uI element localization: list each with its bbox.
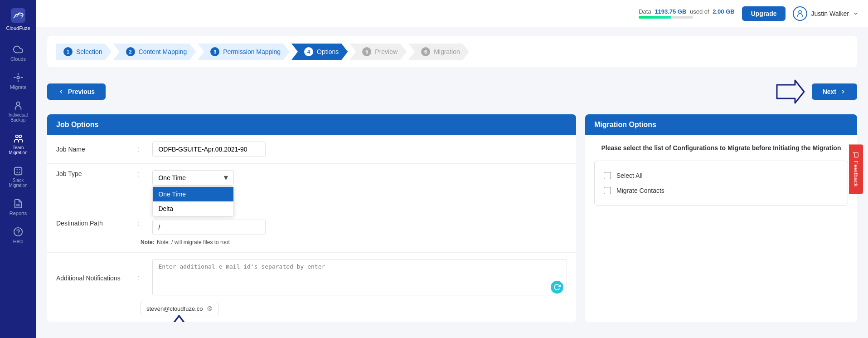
- user-menu[interactable]: Justin Walker: [793, 6, 859, 21]
- data-usage-text: Data 1193.75 GB used of 2.00 GB: [639, 8, 735, 15]
- up-arrow-annotation: [159, 314, 199, 322]
- sidebar-item-reports[interactable]: Reports: [0, 193, 36, 221]
- app-name: CloudFuze: [6, 25, 30, 31]
- nav-buttons: Previous Next: [47, 78, 857, 105]
- option-select-all: Select All: [604, 168, 839, 183]
- job-type-row: Job Type : One Time Delta ▼ One Time: [47, 164, 576, 213]
- sidebar-item-reports-label: Reports: [10, 211, 27, 216]
- prev-label: Previous: [68, 88, 95, 95]
- page-content: 1 Selection 2 Content Mapping 3 Permissi…: [36, 27, 868, 338]
- sidebar-item-backup-label: IndividualBackup: [9, 113, 28, 122]
- notifications-label-row: Additional Notifications :: [56, 259, 567, 297]
- previous-button[interactable]: Previous: [47, 83, 106, 100]
- email-remove-icon[interactable]: ⊗: [207, 305, 213, 312]
- job-type-colon: :: [138, 170, 140, 178]
- step-3-num: 3: [210, 47, 219, 56]
- step-4-label: Options: [317, 48, 339, 55]
- dest-path-note: Note: Note: / will migrate files to root: [141, 238, 567, 246]
- migrate-contacts-checkbox[interactable]: [604, 187, 611, 194]
- svg-rect-5: [15, 167, 22, 175]
- next-label: Next: [823, 88, 836, 95]
- dropdown-option-one-time[interactable]: One Time: [153, 187, 233, 201]
- svg-marker-11: [777, 80, 804, 103]
- svg-point-4: [19, 135, 22, 138]
- dest-path-input[interactable]: [152, 220, 266, 235]
- sidebar-item-clouds[interactable]: Clouds: [0, 39, 36, 67]
- step-3-permission-mapping[interactable]: 3 Permission Mapping: [198, 44, 290, 60]
- step-5-preview[interactable]: 5 Preview: [349, 44, 407, 60]
- data-used: 1193.75 GB: [655, 8, 686, 15]
- dropdown-option-delta[interactable]: Delta: [153, 201, 233, 216]
- job-options-header: Job Options: [47, 114, 576, 135]
- job-type-select[interactable]: One Time Delta: [152, 170, 234, 186]
- step-2-label: Content Mapping: [139, 48, 187, 55]
- sidebar-item-team-migration[interactable]: TeamMigration: [0, 128, 36, 161]
- job-type-dropdown-open: One Time Delta: [152, 186, 234, 216]
- svg-point-2: [16, 102, 19, 105]
- migrate-contacts-label: Migrate Contacts: [616, 187, 664, 194]
- sidebar-item-slack-label: SlackMigration: [9, 178, 27, 188]
- sidebar-item-individual-backup[interactable]: IndividualBackup: [0, 95, 36, 128]
- data-label: Data: [639, 8, 651, 15]
- step-5-label: Preview: [375, 48, 398, 55]
- job-options-panel: Job Options Job Name : Job Type : One: [47, 114, 576, 322]
- next-arrow-annotation: [775, 78, 806, 105]
- email-value: steven@cloudfuze.co: [146, 305, 203, 312]
- progress-fill: [639, 16, 671, 19]
- step-1-selection[interactable]: 1 Selection: [56, 44, 112, 60]
- select-all-checkbox[interactable]: [604, 172, 611, 179]
- job-type-select-wrapper[interactable]: One Time Delta ▼: [152, 170, 234, 186]
- storage-progress-bar: [639, 16, 693, 19]
- dest-path-colon: :: [138, 220, 140, 228]
- dest-path-top: Destination Path :: [56, 220, 567, 235]
- prev-arrow-icon: [58, 88, 64, 95]
- step-6-label: Migration: [434, 48, 460, 55]
- next-arrow-icon: [840, 88, 846, 95]
- dest-path-row: Destination Path : Note: Note: / will mi…: [47, 213, 576, 253]
- main-panels: Job Options Job Name : Job Type : One: [47, 114, 857, 322]
- sidebar-item-help-label: Help: [13, 239, 24, 244]
- dest-path-label: Destination Path: [56, 220, 129, 227]
- feedback-button[interactable]: Feedback: [849, 144, 863, 194]
- job-name-row: Job Name :: [47, 135, 576, 164]
- migration-options-box: Select All Migrate Contacts: [594, 161, 848, 206]
- step-4-options[interactable]: 4 Options: [291, 44, 348, 60]
- step-6-migration[interactable]: 6 Migration: [408, 44, 469, 60]
- migration-options-title: Migration Options: [594, 121, 656, 128]
- steps-breadcrumb: 1 Selection 2 Content Mapping 3 Permissi…: [47, 36, 857, 67]
- step-2-content-mapping[interactable]: 2 Content Mapping: [113, 44, 196, 60]
- next-area: Next: [775, 78, 857, 105]
- migration-options-panel: Migration Options Please select the list…: [585, 114, 857, 322]
- svg-marker-13: [165, 316, 193, 322]
- user-avatar: [793, 6, 807, 21]
- notifications-textarea[interactable]: [152, 259, 567, 295]
- job-name-input[interactable]: [152, 142, 266, 157]
- email-tag-row: steven@cloudfuze.co ⊗: [141, 302, 218, 315]
- upgrade-button[interactable]: Upgrade: [742, 6, 786, 21]
- select-all-label: Select All: [616, 172, 643, 179]
- used-of-label: used of: [690, 8, 709, 15]
- app-logo[interactable]: CloudFuze: [6, 5, 30, 34]
- main-content: Data 1193.75 GB used of 2.00 GB Upgrade …: [36, 0, 868, 338]
- next-button[interactable]: Next: [812, 83, 857, 100]
- svg-point-10: [799, 10, 801, 13]
- step-1-num: 1: [63, 47, 73, 56]
- sidebar-item-team-label: TeamMigration: [9, 145, 27, 155]
- sidebar-item-slack-migration[interactable]: SlackMigration: [0, 161, 36, 193]
- sidebar-item-migrate-label: Migrate: [10, 84, 27, 90]
- step-5-num: 5: [362, 47, 371, 56]
- job-name-label: Job Name: [56, 146, 129, 153]
- data-total: 2.00 GB: [713, 8, 734, 15]
- step-3-label: Permission Mapping: [223, 48, 281, 55]
- job-options-title: Job Options: [56, 121, 98, 128]
- refresh-icon: [551, 281, 563, 294]
- sidebar-item-help[interactable]: Help: [0, 221, 36, 250]
- sidebar-item-clouds-label: Clouds: [10, 56, 26, 62]
- notifications-row: Additional Notifications : steven@cloudf: [47, 253, 576, 322]
- migration-options-body: Please select the list of Configurations…: [585, 135, 857, 215]
- sidebar-item-migrate[interactable]: Migrate: [0, 67, 36, 95]
- step-6-num: 6: [421, 47, 430, 56]
- notifications-colon: :: [138, 274, 140, 282]
- job-type-dropdown-wrapper: One Time Delta ▼ One Time Delta: [152, 170, 234, 186]
- top-header: Data 1193.75 GB used of 2.00 GB Upgrade …: [36, 0, 868, 27]
